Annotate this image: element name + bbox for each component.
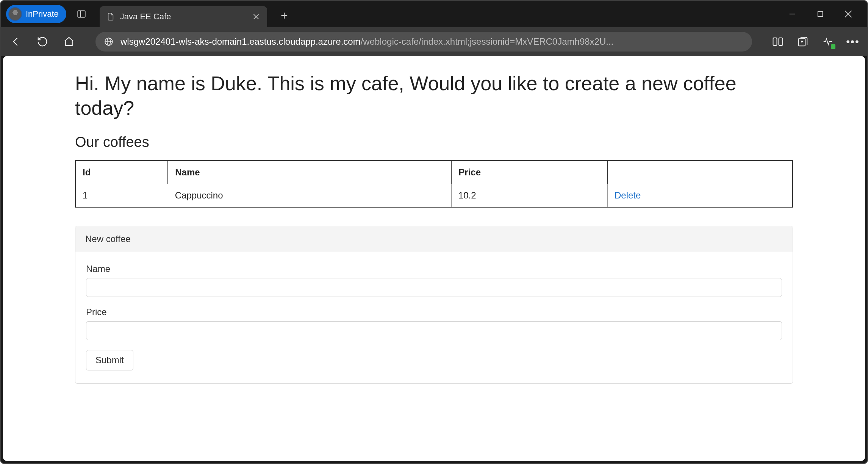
header-name: Name <box>168 161 451 184</box>
page-icon <box>106 12 115 21</box>
svg-rect-5 <box>818 12 823 17</box>
performance-button[interactable] <box>821 35 835 48</box>
header-price: Price <box>451 161 607 184</box>
tab-close-button[interactable] <box>252 12 260 21</box>
panel-title: New coffee <box>75 226 793 252</box>
header-id: Id <box>75 161 168 184</box>
browser-tab[interactable]: Java EE Cafe <box>100 6 267 27</box>
price-label: Price <box>86 307 782 317</box>
browser-window: InPrivate Java EE Cafe + <box>0 0 868 464</box>
minimize-button[interactable] <box>787 9 798 19</box>
settings-more-button[interactable]: ••• <box>846 35 860 48</box>
cell-name: Cappuccino <box>168 184 451 208</box>
ellipsis-icon: ••• <box>846 36 859 48</box>
cell-price: 10.2 <box>451 184 607 208</box>
toolbar-right: ••• <box>771 35 860 48</box>
tab-title: Java EE Cafe <box>120 12 171 22</box>
inprivate-badge[interactable]: InPrivate <box>6 5 66 23</box>
name-label: Name <box>86 264 782 274</box>
table-header-row: Id Name Price <box>75 161 793 184</box>
split-screen-button[interactable] <box>771 35 785 48</box>
url-text: wlsgw202401-wls-aks-domain1.eastus.cloud… <box>120 36 613 47</box>
refresh-button[interactable] <box>35 34 50 49</box>
home-button[interactable] <box>61 34 77 49</box>
header-action <box>607 161 793 184</box>
price-input[interactable] <box>86 321 782 340</box>
new-tab-button[interactable]: + <box>276 8 292 23</box>
new-coffee-panel: New coffee Name Price Submit <box>75 226 793 384</box>
tab-actions-button[interactable] <box>74 6 89 22</box>
svg-rect-0 <box>78 11 85 17</box>
toolbar: wlsgw202401-wls-aks-domain1.eastus.cloud… <box>1 27 867 56</box>
titlebar: InPrivate Java EE Cafe + <box>1 1 867 27</box>
page-viewport[interactable]: Hi. My name is Duke. This is my cafe, Wo… <box>3 56 865 461</box>
avatar-icon <box>8 7 22 21</box>
name-input[interactable] <box>86 278 782 297</box>
inprivate-label: InPrivate <box>26 9 59 19</box>
collections-button[interactable] <box>796 35 810 48</box>
back-button[interactable] <box>8 34 23 49</box>
panel-body: Name Price Submit <box>75 252 793 383</box>
address-bar[interactable]: wlsgw202401-wls-aks-domain1.eastus.cloud… <box>95 32 752 52</box>
delete-link[interactable]: Delete <box>615 190 641 200</box>
window-controls <box>787 9 863 19</box>
section-heading: Our coffees <box>75 134 793 150</box>
site-info-icon[interactable] <box>104 37 114 47</box>
url-path: /weblogic-cafe/index.xhtml;jsessionid=Mx… <box>361 36 614 47</box>
coffees-table: Id Name Price 1 Cappuccino 10.2 Delete <box>75 160 793 208</box>
page-heading: Hi. My name is Duke. This is my cafe, Wo… <box>75 71 793 120</box>
cell-id: 1 <box>75 184 168 208</box>
svg-rect-11 <box>773 38 777 45</box>
table-row: 1 Cappuccino 10.2 Delete <box>75 184 793 208</box>
submit-button[interactable]: Submit <box>86 350 133 370</box>
close-window-button[interactable] <box>843 9 854 19</box>
svg-rect-12 <box>779 38 783 45</box>
maximize-button[interactable] <box>815 9 826 19</box>
url-host: wlsgw202401-wls-aks-domain1.eastus.cloud… <box>120 36 361 47</box>
